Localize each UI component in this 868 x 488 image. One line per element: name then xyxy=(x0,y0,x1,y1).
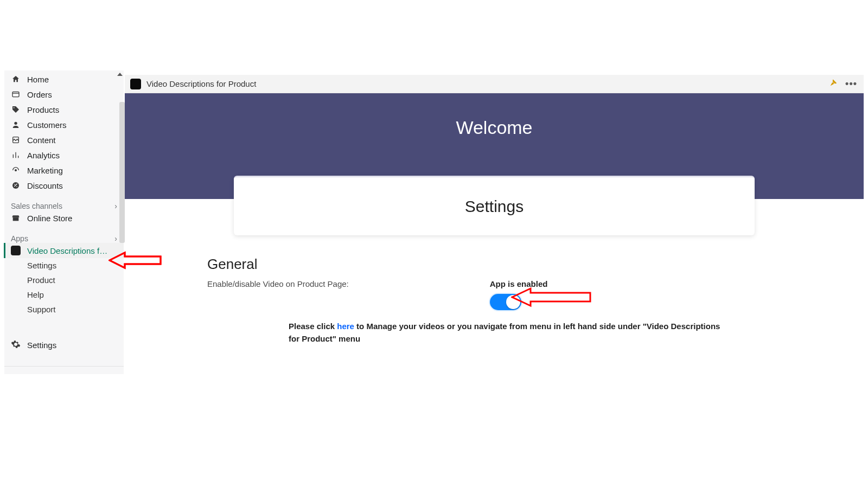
sidebar-item-label: Video Descriptions for ... xyxy=(27,246,111,255)
section-sales-channels[interactable]: Sales channels › xyxy=(4,197,124,210)
sidebar-item-content[interactable]: Content xyxy=(4,132,124,147)
settings-label: Settings xyxy=(27,341,56,350)
text: Settings xyxy=(27,261,56,270)
app-subitem-product[interactable]: Product xyxy=(4,273,124,287)
hero-title: Welcome xyxy=(125,93,864,138)
user-icon xyxy=(11,120,21,129)
more-icon[interactable]: ••• xyxy=(845,78,857,89)
general-description: Enable/disable Video on Product Page: xyxy=(207,279,349,288)
section-apps[interactable]: Apps › xyxy=(4,230,124,243)
sidebar-item-home[interactable]: Home xyxy=(4,72,124,87)
sidebar-item-label: Products xyxy=(27,105,59,114)
app-bar-icon xyxy=(130,79,141,89)
app-subitem-help[interactable]: Help xyxy=(4,287,124,302)
chevron-right-icon: › xyxy=(114,234,117,243)
toggle-knob xyxy=(506,295,520,309)
svg-point-2 xyxy=(14,122,17,125)
sidebar-item-label: Discounts xyxy=(27,181,63,190)
sidebar-item-products[interactable]: Products xyxy=(4,102,124,117)
svg-point-4 xyxy=(15,170,17,171)
orders-icon xyxy=(11,90,21,99)
help-text: Please click here to Manage your videos … xyxy=(289,320,728,345)
main: Welcome Settings General Enable/disable … xyxy=(125,93,864,488)
hero-banner: Welcome Settings xyxy=(125,93,864,199)
sidebar-item-orders[interactable]: Orders xyxy=(4,87,124,102)
text: Product xyxy=(27,275,55,285)
sidebar-item-customers[interactable]: Customers xyxy=(4,117,124,132)
app-icon xyxy=(11,246,21,255)
discounts-icon xyxy=(11,181,21,190)
sidebar-item-analytics[interactable]: Analytics xyxy=(4,147,124,163)
sidebar-item-label: Marketing xyxy=(27,166,63,175)
analytics-icon xyxy=(11,151,21,159)
app-subitem-settings[interactable]: Settings xyxy=(4,258,124,273)
store-icon xyxy=(11,214,21,222)
text: Help xyxy=(27,290,44,299)
chevron-right-icon: › xyxy=(114,202,117,210)
section-general: General Enable/disable Video on Product … xyxy=(207,256,842,345)
sidebar-scrollbar[interactable] xyxy=(119,102,125,243)
section-label: Sales channels xyxy=(11,202,62,210)
svg-point-7 xyxy=(16,186,17,187)
sidebar-item-label: Online Store xyxy=(27,214,72,223)
help-link[interactable]: here xyxy=(337,322,354,331)
sidebar: Home Orders Products Customers xyxy=(4,70,124,374)
svg-point-1 xyxy=(14,107,15,108)
settings-card-title: Settings xyxy=(465,197,524,216)
svg-rect-0 xyxy=(12,92,19,97)
settings-card: Settings xyxy=(234,176,755,235)
home-icon xyxy=(11,75,21,84)
sidebar-item-discounts[interactable]: Discounts xyxy=(4,178,124,193)
app-bar-title: Video Descriptions for Product xyxy=(146,79,256,88)
svg-point-6 xyxy=(14,184,15,185)
tag-icon xyxy=(11,105,21,114)
app-bar: Video Descriptions for Product ••• xyxy=(125,75,864,93)
sidebar-item-label: Home xyxy=(27,75,49,84)
divider xyxy=(4,366,124,367)
section-label: Apps xyxy=(11,234,28,243)
sidebar-item-label: Customers xyxy=(27,120,67,130)
sidebar-item-marketing[interactable]: Marketing xyxy=(4,163,124,178)
help-pre: Please click xyxy=(289,322,337,331)
content-icon xyxy=(11,136,21,144)
sidebar-item-label: Analytics xyxy=(27,151,60,160)
sidebar-item-online-store[interactable]: Online Store xyxy=(4,210,124,226)
sidebar-item-app-active[interactable]: Video Descriptions for ... xyxy=(4,243,124,258)
app-subitem-support[interactable]: Support xyxy=(4,302,124,317)
sidebar-item-label: Orders xyxy=(27,90,52,99)
enable-toggle[interactable] xyxy=(490,294,521,310)
text: Support xyxy=(27,305,56,314)
pin-icon[interactable] xyxy=(828,79,838,89)
marketing-icon xyxy=(11,166,21,175)
sidebar-settings[interactable]: Settings xyxy=(4,336,124,354)
general-heading: General xyxy=(207,256,842,273)
gear-icon xyxy=(11,339,21,351)
toggle-label: App is enabled xyxy=(490,279,548,288)
sidebar-item-label: Content xyxy=(27,136,56,145)
scroll-up-caret-icon[interactable] xyxy=(117,73,123,76)
